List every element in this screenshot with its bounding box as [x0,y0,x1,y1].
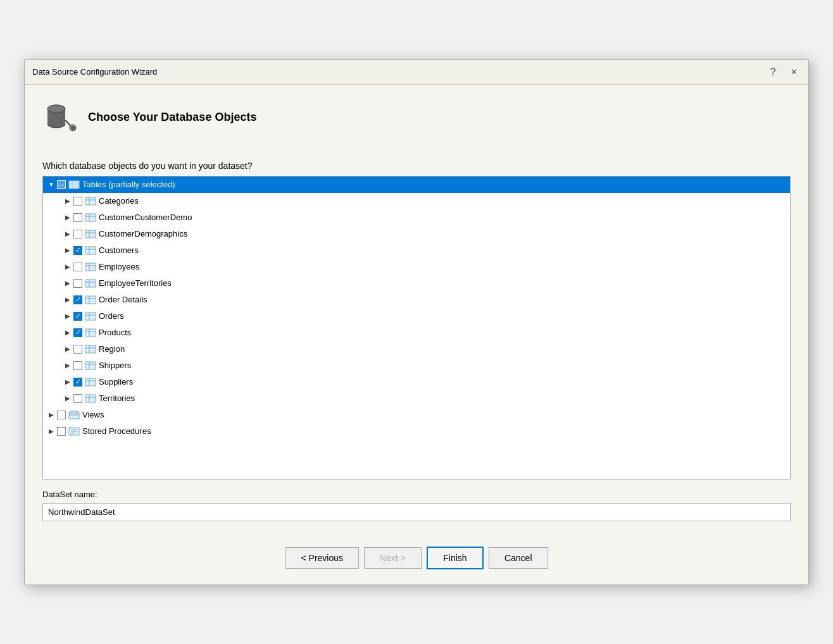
tree-item-label: Order Details [99,295,147,304]
svg-rect-32 [85,313,96,320]
dialog-window: Data Source Configuration Wizard ? × [24,59,809,585]
svg-rect-23 [85,263,96,271]
dialog-title: Data Source Configuration Wizard [32,67,157,77]
tree-item-label: Orders [99,311,124,321]
tree-item-label: Employees [99,262,139,271]
tree-item-employees[interactable]: ▶ Employees [43,259,790,275]
close-button[interactable]: × [787,65,801,79]
header-section: Choose Your Database Objects [42,100,791,146]
tree-item-label: Shippers [99,361,131,370]
svg-rect-47 [85,395,96,402]
tree-item-categories[interactable]: ▶ Categories [43,193,790,209]
tree-item-order-details[interactable]: ▶✓ Order Details [43,292,790,308]
tree-item-label: CustomerDemographics [99,229,187,238]
tree-container[interactable]: ▼─ Tables (partially selected)▶ Categori… [42,176,791,480]
svg-rect-11 [85,197,96,205]
dataset-name-input[interactable] [42,503,791,521]
tree-root-label: Tables (partially selected) [82,180,175,189]
svg-rect-35 [85,329,96,337]
tree-item-orders[interactable]: ▶✓ Orders [43,308,790,325]
svg-rect-14 [85,214,96,221]
tree-item-label: Customers [99,245,139,255]
tree-item-products[interactable]: ▶✓ Products [43,325,790,341]
title-bar-controls: ? × [767,65,801,79]
title-bar-left: Data Source Configuration Wizard [32,67,157,77]
next-button[interactable]: Next > [364,547,422,569]
tree-item-label: EmployeeTerritories [99,278,172,288]
svg-rect-26 [85,280,96,287]
svg-rect-17 [85,230,96,238]
footer-section: DataSet name: [42,490,791,521]
buttons-row: < Previous Next > Finish Cancel [25,534,808,585]
title-bar: Data Source Configuration Wizard ? × [25,60,808,85]
tree-item-tables-root[interactable]: ▼─ Tables (partially selected) [43,176,790,193]
svg-rect-51 [70,411,78,413]
tree-item-territories[interactable]: ▶ Territories [43,390,790,407]
svg-rect-41 [85,362,96,369]
tree-item-views[interactable]: ▶ Views [43,407,790,423]
svg-rect-29 [85,296,96,304]
svg-rect-8 [69,181,79,189]
finish-button[interactable]: Finish [427,547,484,569]
tree-item-shippers[interactable]: ▶ Shippers [43,357,790,374]
database-icon [42,100,78,135]
tree-item-suppliers[interactable]: ▶✓ Suppliers [43,374,790,390]
svg-rect-20 [85,247,96,254]
svg-point-4 [47,105,65,113]
tree-item-customers[interactable]: ▶✓ Customers [43,242,790,259]
tree-stored-procedures-label: Stored Procedures [82,426,151,436]
tree-item-customercustomerdemo[interactable]: ▶ CustomerCustomerDemo [43,209,790,226]
tree-item-employeeterritories[interactable]: ▶ EmployeeTerritories [43,275,790,292]
tree-item-label: Suppliers [99,377,133,387]
dataset-name-label: DataSet name: [42,490,791,499]
tree-item-stored-procedures[interactable]: ▶ Stored Procedures [43,423,790,440]
svg-rect-44 [85,378,96,386]
dialog-body: Choose Your Database Objects Which datab… [25,85,808,534]
tree-item-label: Territories [99,393,135,403]
tree-item-label: Categories [99,196,139,206]
svg-rect-38 [85,345,96,353]
tree-item-label: Region [99,344,125,354]
tree-item-customerdemographics[interactable]: ▶ CustomerDemographics [43,226,790,242]
tree-item-label: Products [99,328,131,337]
previous-button[interactable]: < Previous [285,547,360,569]
page-title: Choose Your Database Objects [88,111,256,124]
tree-item-label: CustomerCustomerDemo [99,213,192,222]
question-label: Which database objects do you want in yo… [42,161,791,171]
svg-point-7 [72,126,75,129]
help-button[interactable]: ? [767,65,780,79]
cancel-button[interactable]: Cancel [489,547,548,569]
tree-views-label: Views [82,410,104,419]
tree-item-region[interactable]: ▶ Region [43,341,790,357]
